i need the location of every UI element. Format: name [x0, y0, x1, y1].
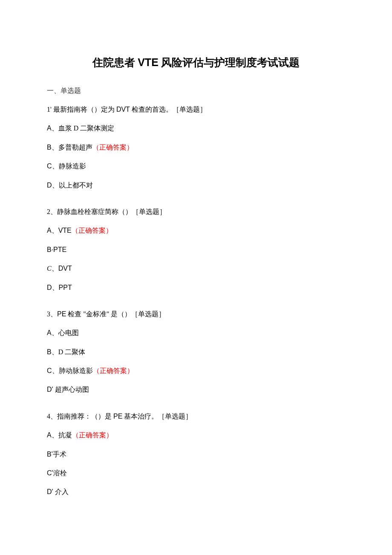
option-label: C、: [47, 367, 59, 374]
option-text: 超声心动图: [55, 386, 89, 393]
q1-stem-post: 检查的首选。［单选题］: [130, 106, 207, 113]
title-vte: VTE: [138, 56, 159, 68]
q3-option-a: A、心电图: [47, 328, 345, 338]
option-label: B、: [47, 144, 58, 151]
q3-stem-post: 检查 "金标准" 是（）［单选题］: [66, 310, 165, 318]
option-sep: 、: [52, 265, 58, 272]
q3-option-c: C、肺动脉造影（正确答案）: [47, 366, 345, 376]
q3-option-b: B、D 二聚体: [47, 347, 345, 357]
option-label: A、: [47, 431, 58, 439]
question-1-stem: 1' 最新指南将（）定为 DVT 检查的首选。［单选题］: [47, 105, 345, 114]
q2-option-b: B·PTE: [47, 245, 345, 254]
option-label: D': [47, 488, 55, 495]
title-pre: 住院患者: [92, 57, 138, 68]
q4-option-b: B'手术: [47, 450, 345, 459]
q2-option-c: C、DVT: [47, 264, 345, 273]
option-text: 血浆 D 二聚体测定: [58, 124, 115, 132]
page-title: 住院患者 VTE 风险评估与护理制度考试试题: [47, 55, 345, 69]
q2-option-d: D、PPT: [47, 283, 345, 292]
option-label: A、: [47, 329, 58, 336]
question-2-stem: 2、静脉血栓栓塞症简称（）［单选题］: [47, 207, 345, 217]
spacer: [47, 404, 345, 412]
correct-answer-marker: （正确答案）: [93, 367, 134, 374]
spacer: [47, 199, 345, 207]
document-page: 住院患者 VTE 风险评估与护理制度考试试题 一、单选题 1' 最新指南将（）定…: [0, 0, 392, 541]
correct-answer-marker: （正确答案）: [92, 144, 133, 151]
option-text: C'溶栓: [47, 469, 67, 477]
question-3-stem: 3、PE 检查 "金标准" 是（）［单选题］: [47, 309, 345, 319]
question-4-stem: 4、指南推荐：（）是 PE 基本治疗。［单选题］: [47, 412, 345, 421]
option-label: A、: [47, 227, 58, 234]
option-text: 心电图: [58, 329, 79, 336]
q1-stem-dvt: DVT: [116, 106, 130, 113]
q1-stem-pre: 1' 最新指南将（）定为: [47, 106, 116, 113]
option-text: 静脉造影: [59, 162, 86, 170]
q1-option-b: B、多普勒超声（正确答案）: [47, 143, 345, 152]
correct-answer-marker: （正确答案）: [72, 431, 113, 439]
q3-stem-pe: PE: [57, 310, 66, 318]
option-text: PPT: [59, 284, 72, 291]
option-label: C、: [47, 162, 59, 170]
q3-option-d: D' 超声心动图: [47, 385, 345, 394]
q4-option-d: D' 介入: [47, 487, 345, 497]
option-text: 抗凝: [58, 431, 72, 439]
option-text: 以上都不对: [59, 182, 93, 189]
q1-option-d: D、以上都不对: [47, 181, 345, 190]
title-post: 风险评估与护理制度考试试题: [159, 57, 300, 68]
option-text: B·PTE: [47, 246, 66, 253]
q1-option-a: A、血浆 D 二聚体测定: [47, 124, 345, 133]
option-label: D、: [47, 284, 59, 291]
option-label: A、: [47, 124, 58, 132]
q4-stem-pre: 4、指南推荐：（）是: [47, 413, 113, 420]
option-text: 多普勒超声: [58, 144, 92, 151]
q4-stem-pe: PE: [113, 413, 122, 420]
q1-option-c: C、静脉造影: [47, 162, 345, 171]
option-label: B、: [47, 348, 58, 356]
q4-option-a: A、抗凝（正确答案）: [47, 431, 345, 440]
section-header: 一、单选题: [47, 87, 345, 95]
q4-option-c: C'溶栓: [47, 468, 345, 478]
spacer: [47, 302, 345, 309]
option-text: DVT: [58, 265, 72, 272]
option-text: B'手术: [47, 451, 66, 458]
q2-option-a: A、VTE（正确答案）: [47, 226, 345, 235]
option-label: C: [47, 265, 52, 272]
option-label: D': [47, 386, 55, 393]
option-label: D、: [47, 182, 59, 189]
option-text: D 二聚体: [58, 348, 86, 356]
option-text: 肺动脉造影: [59, 367, 93, 374]
q4-stem-post: 基本治疗。［单选题］: [122, 413, 192, 420]
option-text: 介入: [55, 488, 69, 495]
option-text: VTE: [58, 227, 72, 234]
q3-stem-pre: 3、: [47, 310, 57, 318]
correct-answer-marker: （正确答案）: [72, 227, 112, 234]
